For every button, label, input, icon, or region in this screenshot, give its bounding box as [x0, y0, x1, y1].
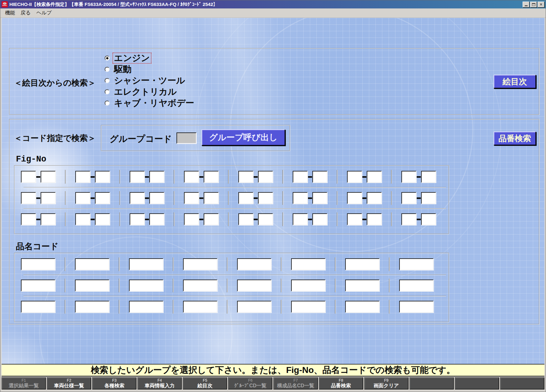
fig-no-input-major[interactable] — [75, 192, 90, 204]
fig-no-input-major[interactable] — [130, 192, 145, 204]
fig-no-input-major[interactable] — [238, 192, 253, 204]
part-name-code-input[interactable] — [291, 258, 325, 270]
part-name-code-input[interactable] — [183, 280, 217, 291]
part-name-code-input[interactable] — [237, 258, 271, 270]
fig-no-input-minor[interactable] — [204, 171, 219, 183]
group-call-button[interactable]: グループ呼び出し — [201, 129, 285, 146]
part-name-code-input[interactable] — [399, 301, 434, 313]
fig-no-input-major[interactable] — [21, 213, 36, 225]
fig-no-input-major[interactable] — [130, 213, 145, 225]
fig-no-input-major[interactable] — [21, 171, 36, 183]
part-name-code-input[interactable] — [75, 258, 109, 270]
part-name-code-input[interactable] — [237, 301, 271, 313]
fig-no-input-major[interactable] — [347, 171, 362, 183]
function-key-f7[interactable]: F7構成品名CD一覧 — [273, 377, 318, 390]
fig-no-input-minor[interactable] — [367, 192, 382, 204]
fig-no-input-major[interactable] — [184, 171, 199, 183]
fig-no-input-minor[interactable] — [149, 171, 164, 183]
fig-no-input-major[interactable] — [21, 192, 36, 204]
group-code-input[interactable] — [176, 132, 196, 144]
fig-no-input-minor[interactable] — [41, 171, 56, 183]
fig-no-input-major[interactable] — [238, 171, 253, 183]
fig-no-input-minor[interactable] — [95, 192, 110, 204]
menu-item-2[interactable]: 戻る — [18, 9, 33, 17]
part-name-code-input[interactable] — [21, 258, 55, 270]
fig-no-input-minor[interactable] — [312, 171, 327, 183]
part-name-code-input[interactable] — [129, 258, 163, 270]
input-row — [21, 279, 449, 292]
part-name-code-input[interactable] — [183, 301, 217, 313]
function-key-f5[interactable]: F5絵目次 — [183, 377, 227, 390]
fig-no-input-major[interactable] — [293, 213, 308, 225]
function-key-f4[interactable]: F4車両情報入力 — [137, 377, 182, 390]
function-key-f2[interactable]: F2車両仕様一覧 — [47, 377, 91, 390]
fig-no-input-minor[interactable] — [41, 213, 56, 225]
fig-no-input-major[interactable] — [184, 213, 199, 225]
menu-item-1[interactable]: 機能 — [2, 9, 18, 17]
part-name-code-input[interactable] — [345, 258, 380, 270]
fig-no-input-major[interactable] — [238, 213, 253, 225]
minimize-button[interactable] — [523, 2, 529, 7]
fig-no-input-major[interactable] — [130, 171, 145, 183]
fig-no-input-minor[interactable] — [421, 213, 436, 225]
part-number-search-button[interactable]: 品番検索 — [494, 131, 536, 145]
part-name-code-input[interactable] — [399, 280, 434, 291]
fig-no-input-minor[interactable] — [149, 213, 164, 225]
fig-no-input-major[interactable] — [293, 171, 308, 183]
menu-item-3[interactable]: ヘルプ — [33, 9, 54, 17]
fig-no-input-minor[interactable] — [367, 213, 382, 225]
radio-option-electrical[interactable]: エレクトリカル — [105, 86, 196, 97]
part-name-code-input[interactable] — [21, 280, 55, 291]
part-name-code-input[interactable] — [399, 258, 434, 270]
fig-no-input-minor[interactable] — [312, 213, 327, 225]
part-name-code-input[interactable] — [345, 301, 380, 313]
fig-no-input-minor[interactable] — [258, 171, 273, 183]
fig-no-input-minor[interactable] — [258, 192, 273, 204]
fig-no-dash — [199, 219, 203, 220]
fig-no-input-minor[interactable] — [421, 171, 436, 183]
part-name-code-input[interactable] — [75, 301, 109, 313]
part-name-code-input[interactable] — [291, 301, 325, 313]
fig-no-input-major[interactable] — [184, 192, 199, 204]
fig-no-input-minor[interactable] — [204, 192, 219, 204]
function-key-number: F4 — [157, 378, 162, 383]
part-name-code-input[interactable] — [129, 280, 163, 291]
function-key-f1[interactable]: F1選択結果一覧 — [2, 377, 46, 390]
radio-option-chassis-tool[interactable]: シャシー・ツール — [105, 75, 196, 86]
pictorial-index-button[interactable]: 絵目次 — [494, 75, 536, 88]
fig-no-input-major[interactable] — [401, 213, 416, 225]
fig-no-input-major[interactable] — [347, 192, 362, 204]
fig-no-input-major[interactable] — [347, 213, 362, 225]
fig-no-input-minor[interactable] — [95, 213, 110, 225]
fig-no-input-minor[interactable] — [421, 192, 436, 204]
radio-option-engine[interactable]: エンジン — [105, 52, 196, 64]
radio-option-drive[interactable]: 駆動 — [105, 64, 196, 75]
fig-no-input-minor[interactable] — [149, 192, 164, 204]
part-name-code-input[interactable] — [345, 280, 380, 291]
part-name-code-input[interactable] — [291, 280, 325, 291]
radio-option-cab-rear-body[interactable]: キャブ・リヤボデー — [105, 97, 196, 109]
function-key-f8[interactable]: F8品番検索 — [319, 377, 363, 390]
function-key-f3[interactable]: F3各種検索 — [92, 377, 136, 390]
fig-no-input-minor[interactable] — [312, 192, 327, 204]
fig-no-input-minor[interactable] — [204, 213, 219, 225]
fig-no-input-major[interactable] — [401, 171, 416, 183]
fig-no-input-minor[interactable] — [41, 192, 56, 204]
part-name-code-input[interactable] — [75, 280, 109, 291]
close-button[interactable]: × — [538, 2, 544, 7]
function-key-f9[interactable]: F9画面クリア — [364, 377, 409, 390]
part-name-code-input[interactable] — [21, 301, 55, 313]
title-bar[interactable]: HINO HIECHO-II【検索条件指定】【車番 FS633A-20054 /… — [0, 0, 546, 8]
fig-no-input-major[interactable] — [401, 192, 416, 204]
function-key-f6[interactable]: F6ｸﾞﾙｰﾌﾟCD一覧 — [228, 377, 272, 390]
fig-no-input-major[interactable] — [293, 192, 308, 204]
fig-no-input-minor[interactable] — [95, 171, 110, 183]
part-name-code-input[interactable] — [183, 258, 217, 270]
fig-no-input-major[interactable] — [75, 213, 90, 225]
fig-no-input-minor[interactable] — [258, 213, 273, 225]
part-name-code-input[interactable] — [129, 301, 163, 313]
fig-no-input-minor[interactable] — [367, 171, 382, 183]
maximize-button[interactable] — [530, 2, 537, 7]
fig-no-input-major[interactable] — [75, 171, 90, 183]
part-name-code-input[interactable] — [237, 280, 271, 291]
